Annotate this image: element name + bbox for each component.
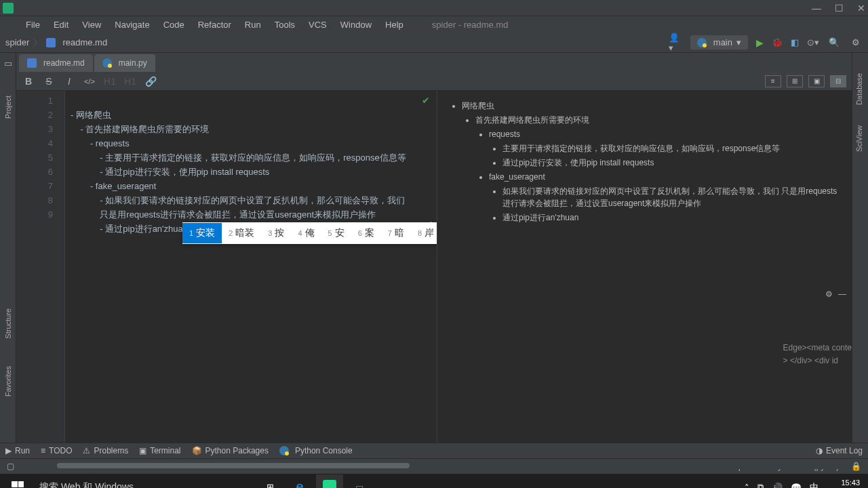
editor-only-view[interactable]: ≡ bbox=[765, 75, 781, 87]
problems-tool[interactable]: ⚠Problems bbox=[83, 446, 128, 455]
structure-tool[interactable]: Structure bbox=[4, 308, 12, 339]
run-tool[interactable]: ▶Run bbox=[5, 446, 30, 455]
editor-preview-view[interactable]: ⊞ bbox=[787, 75, 803, 87]
tab-readme[interactable]: readme.md bbox=[19, 54, 93, 72]
ime-candidate[interactable]: 1安装 bbox=[182, 223, 222, 243]
preview-image-view[interactable]: ▣ bbox=[808, 75, 825, 87]
split-view[interactable]: ⊟ bbox=[830, 75, 846, 87]
project-tool-icon[interactable]: ▭ bbox=[4, 58, 12, 68]
todo-icon: ≡ bbox=[41, 446, 45, 455]
preview-item: 如果我们要请求的链接对应的网页中设置了反扒机制，那么可能会导致，我们 只是用re… bbox=[502, 185, 841, 209]
terminal-tool[interactable]: ▣Terminal bbox=[139, 446, 180, 455]
run-button[interactable]: ▶ bbox=[756, 37, 764, 48]
minimize-button[interactable]: — bbox=[812, 3, 821, 14]
window-title: spider - readme.md bbox=[432, 20, 509, 30]
minimize-icon[interactable]: — bbox=[838, 289, 846, 299]
ime-candidate-popup[interactable]: 1安装 2暗装 3按 4俺 5安 6案 7暗 8岸 bbox=[182, 222, 437, 244]
console-tool[interactable]: Python Console bbox=[279, 446, 353, 455]
favorites-tool[interactable]: Favorites bbox=[4, 366, 12, 396]
profile-button[interactable]: ⊙▾ bbox=[807, 37, 819, 47]
python-icon bbox=[102, 58, 112, 68]
menu-refactor[interactable]: Refactor bbox=[193, 18, 237, 31]
left-sidebar: ▭ Project Structure Favorites bbox=[0, 53, 16, 443]
close-button[interactable]: ✕ bbox=[857, 3, 865, 14]
clock[interactable]: 15:43 2021/5/22 bbox=[827, 479, 860, 488]
code-content[interactable]: - 网络爬虫 - 首先搭建网络爬虫所需要的环境 - requests - 主要用… bbox=[65, 91, 437, 443]
system-tray: ˄ ⧉ 🔊 💬 中 15:43 2021/5/22 bbox=[745, 479, 865, 488]
project-tool[interactable]: Project bbox=[4, 96, 12, 119]
ime-candidate[interactable]: 6案 bbox=[351, 223, 381, 243]
inspection-ok-icon[interactable]: ✔ bbox=[422, 95, 430, 106]
link-button[interactable]: 🔗 bbox=[144, 75, 157, 88]
menu-vcs[interactable]: VCS bbox=[303, 18, 332, 31]
breadcrumb-file[interactable]: readme.md bbox=[62, 37, 107, 47]
menu-window[interactable]: Window bbox=[335, 18, 377, 31]
pycharm-button[interactable] bbox=[316, 474, 343, 488]
menu-edit[interactable]: Edit bbox=[48, 18, 74, 31]
ime-candidate[interactable]: 8岸 bbox=[411, 223, 437, 243]
ime-candidate[interactable]: 7暗 bbox=[381, 223, 411, 243]
bold-button[interactable]: B bbox=[22, 75, 35, 88]
tab-label: readme.md bbox=[43, 58, 85, 68]
breadcrumb-project[interactable]: spider bbox=[5, 37, 29, 47]
tray-expand-icon[interactable]: ˄ bbox=[745, 483, 749, 489]
menu-file[interactable]: File bbox=[20, 18, 45, 31]
network-icon[interactable]: ⧉ bbox=[757, 482, 764, 488]
menu-navigate[interactable]: Navigate bbox=[109, 18, 155, 31]
menu-help[interactable]: Help bbox=[380, 18, 409, 31]
settings-icon[interactable]: ⚙ bbox=[849, 36, 863, 49]
search-icon[interactable]: 🔍 bbox=[827, 36, 841, 49]
code-editor[interactable]: 123 456 789 - 网络爬虫 - 首先搭建网络爬虫所需要的环境 - re… bbox=[16, 91, 437, 443]
user-icon[interactable]: 👤▾ bbox=[669, 36, 682, 49]
navigation-bar: spider 〉 readme.md 👤▾ main ▾ ▶ 🐞 ◧ ⊙▾ 🔍 … bbox=[0, 33, 868, 53]
ime-candidate[interactable]: 5安 bbox=[321, 223, 351, 243]
windows-search[interactable]: 搜索 Web 和 Windows bbox=[33, 474, 243, 488]
menu-tools[interactable]: Tools bbox=[269, 18, 300, 31]
ime-candidate[interactable]: 4俺 bbox=[291, 223, 321, 243]
coverage-button[interactable]: ◧ bbox=[791, 37, 799, 47]
chevron-right-icon: 〉 bbox=[33, 37, 42, 49]
menu-view[interactable]: View bbox=[77, 18, 106, 31]
run-config-name: main bbox=[713, 37, 732, 47]
line-gutter: 123 456 789 bbox=[16, 91, 57, 443]
packages-tool[interactable]: 📦Python Packages bbox=[192, 446, 269, 455]
preview-item: 通过pip进行安装，使用pip install requests bbox=[502, 157, 841, 169]
play-icon: ▶ bbox=[5, 446, 12, 455]
h1-button[interactable]: H1 bbox=[103, 75, 117, 88]
scrollbar-thumb[interactable] bbox=[57, 463, 410, 468]
edge-button[interactable]: e bbox=[286, 474, 313, 488]
code-button[interactable]: </> bbox=[83, 75, 96, 88]
tab-main-py[interactable]: main.py bbox=[94, 54, 155, 72]
maximize-button[interactable]: ☐ bbox=[835, 3, 844, 14]
fold-column[interactable] bbox=[57, 91, 65, 443]
h2-button[interactable]: H1 bbox=[123, 75, 137, 88]
horizontal-scrollbar[interactable] bbox=[16, 462, 852, 469]
tool-window-icon[interactable]: ▢ bbox=[7, 462, 14, 471]
debug-button[interactable]: 🐞 bbox=[772, 37, 783, 47]
menu-code[interactable]: Code bbox=[158, 18, 190, 31]
warning-icon: ⚠ bbox=[83, 446, 90, 455]
notification-icon[interactable]: 💬 bbox=[791, 483, 802, 489]
strikethrough-button[interactable]: S bbox=[42, 75, 56, 88]
python-icon bbox=[697, 38, 707, 47]
ime-candidate[interactable]: 2暗装 bbox=[222, 223, 261, 243]
database-tool[interactable]: Database bbox=[855, 73, 863, 105]
sciview-tool[interactable]: SciView bbox=[855, 125, 863, 152]
start-button[interactable] bbox=[3, 474, 33, 488]
lock-icon[interactable]: 🔒 bbox=[851, 462, 861, 471]
todo-tool[interactable]: ≡TODO bbox=[41, 446, 72, 455]
volume-icon[interactable]: 🔊 bbox=[772, 483, 783, 489]
tab-label: main.py bbox=[119, 58, 147, 68]
explorer-button[interactable]: ▭ bbox=[346, 474, 373, 488]
task-view-button[interactable]: ⊞ bbox=[256, 474, 283, 488]
ime-candidate[interactable]: 3按 bbox=[261, 223, 291, 243]
italic-button[interactable]: I bbox=[62, 75, 76, 88]
run-configuration[interactable]: main ▾ bbox=[690, 35, 748, 49]
preview-item: 首先搭建网络爬虫所需要的环境 requests 主要用于请求指定的链接，获取对应… bbox=[475, 114, 841, 224]
menu-run[interactable]: Run bbox=[239, 18, 267, 31]
event-log-tool[interactable]: ◑Event Log bbox=[816, 446, 863, 455]
markdown-icon bbox=[46, 38, 56, 47]
right-sidebar: Database SciView bbox=[852, 53, 868, 443]
gear-icon[interactable]: ⚙ bbox=[825, 289, 833, 299]
ime-indicator[interactable]: 中 bbox=[810, 481, 818, 488]
